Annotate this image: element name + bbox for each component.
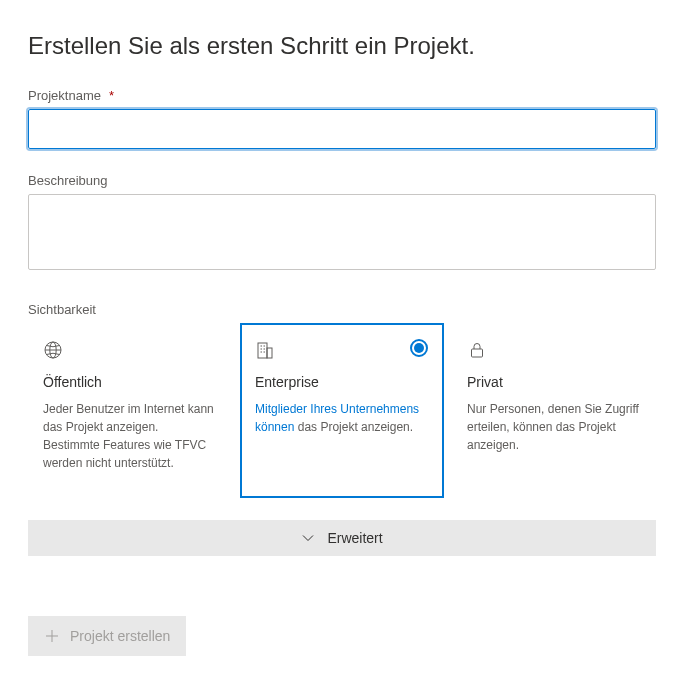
- visibility-private-title: Privat: [467, 374, 641, 390]
- visibility-option-enterprise[interactable]: Enterprise Mitglieder Ihres Unternehmens…: [240, 323, 444, 498]
- visibility-enterprise-title: Enterprise: [255, 374, 429, 390]
- required-asterisk: *: [109, 88, 114, 103]
- visibility-enterprise-desc-rest: das Projekt anzeigen.: [294, 420, 413, 434]
- visibility-label: Sichtbarkeit: [28, 302, 656, 317]
- visibility-public-desc: Jeder Benutzer im Internet kann das Proj…: [43, 400, 217, 472]
- description-label-text: Beschreibung: [28, 173, 108, 188]
- chevron-down-icon: [301, 531, 315, 545]
- visibility-option-private[interactable]: Privat Nur Personen, denen Sie Zugriff e…: [452, 323, 656, 498]
- visibility-public-title: Öffentlich: [43, 374, 217, 390]
- plus-icon: [44, 628, 60, 644]
- visibility-option-public[interactable]: Öffentlich Jeder Benutzer im Internet ka…: [28, 323, 232, 498]
- lock-icon: [467, 340, 641, 360]
- visibility-enterprise-desc: Mitglieder Ihres Unternehmens können das…: [255, 400, 429, 436]
- create-project-label: Projekt erstellen: [70, 628, 170, 644]
- svg-rect-11: [472, 349, 483, 357]
- advanced-label: Erweitert: [327, 530, 382, 546]
- svg-rect-4: [267, 348, 272, 358]
- project-name-label: Projektname *: [28, 88, 656, 103]
- visibility-private-desc: Nur Personen, denen Sie Zugriff erteilen…: [467, 400, 641, 454]
- building-icon: [255, 340, 429, 360]
- page-title: Erstellen Sie als ersten Schritt ein Pro…: [28, 32, 656, 60]
- project-name-label-text: Projektname: [28, 88, 101, 103]
- radio-selected-icon: [410, 339, 428, 357]
- advanced-toggle[interactable]: Erweitert: [28, 520, 656, 556]
- globe-icon: [43, 340, 217, 360]
- description-label: Beschreibung: [28, 173, 656, 188]
- visibility-options: Öffentlich Jeder Benutzer im Internet ka…: [28, 323, 656, 498]
- visibility-label-text: Sichtbarkeit: [28, 302, 96, 317]
- description-input[interactable]: [28, 194, 656, 270]
- project-name-input[interactable]: [28, 109, 656, 149]
- svg-rect-3: [258, 343, 267, 358]
- create-project-button[interactable]: Projekt erstellen: [28, 616, 186, 656]
